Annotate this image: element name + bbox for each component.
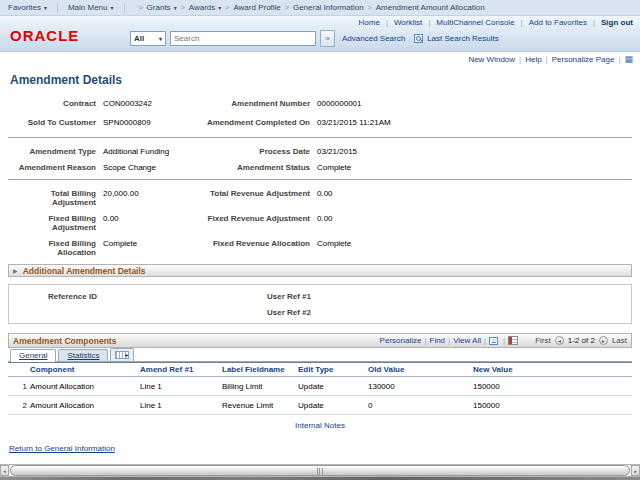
cell-edit-type: Update — [298, 382, 368, 391]
fixed-revenue-allocation-value: Complete — [317, 239, 351, 248]
cell-amend-ref: Line 1 — [140, 382, 222, 391]
page-action-bar: New Window | Help | Personalize Page | ▦ — [0, 52, 640, 66]
column-header-old-value[interactable]: Old Value — [368, 365, 473, 374]
breadcrumb-separator-icon: > — [225, 4, 229, 11]
breadcrumb-item-awards[interactable]: Awards ▾ — [189, 3, 222, 12]
internal-notes-wrapper: Internal Notes — [8, 421, 632, 430]
breadcrumb-item-amendment-amount-allocation[interactable]: Amendment Amount Allocation — [376, 3, 485, 12]
horizontal-scrollbar: ◂ ▸ — [0, 464, 640, 477]
contract-label: Contract — [8, 99, 96, 108]
breadcrumb-item-award-profile[interactable]: Award Profile — [233, 3, 280, 12]
breadcrumb-item-general-information[interactable]: General Information — [293, 3, 364, 12]
process-date-label: Process Date — [200, 147, 310, 156]
section-divider — [8, 179, 632, 180]
table-row: 2 Amount Allocation Line 1 Revenue Limit… — [8, 396, 632, 415]
total-billing-adjustment-value: 20,000.00 — [103, 189, 200, 198]
column-header-label-fieldname[interactable]: Label Fieldname — [222, 365, 298, 374]
column-header-amend-ref[interactable]: Amend Ref #1 — [140, 365, 222, 374]
page-title: Amendment Details — [10, 73, 632, 87]
field-row: Amendment Reason Scope Change Amendment … — [8, 163, 632, 172]
grid-pager: First ◂ 1-2 of 2 ▸ Last — [535, 336, 627, 345]
add-to-favorites-link[interactable]: Add to Favorites — [529, 18, 587, 27]
total-revenue-adjustment-value: 0.00 — [317, 189, 333, 198]
zoom-grid-icon[interactable] — [489, 337, 498, 345]
advanced-search-link[interactable]: Advanced Search — [342, 34, 405, 43]
amendment-status-value: Complete — [317, 163, 351, 172]
amendment-components-grid: Amendment Components Personalize | Find … — [8, 333, 632, 415]
show-all-columns-tab[interactable]: ▸ — [110, 348, 134, 361]
new-window-link[interactable]: New Window — [468, 55, 515, 64]
breadcrumb-separator-icon: > — [139, 4, 143, 11]
column-header-component[interactable]: Component — [30, 365, 140, 374]
last-search-results-link[interactable]: Last Search Results — [427, 34, 499, 43]
scrollbar-thumb[interactable] — [10, 465, 630, 476]
link-separator: | — [424, 336, 426, 345]
search-bar: All ▾ » Advanced Search Last Search Resu… — [130, 30, 499, 47]
pager-next-button[interactable]: ▸ — [599, 336, 608, 345]
download-to-excel-icon[interactable] — [508, 336, 518, 345]
search-input[interactable] — [170, 31, 316, 46]
link-separator: | — [386, 18, 388, 27]
scroll-left-button[interactable]: ◂ — [0, 465, 9, 476]
search-go-button[interactable]: » — [320, 30, 335, 47]
http-page-icon[interactable]: ▦ — [624, 55, 633, 64]
amendment-status-label: Amendment Status — [200, 163, 310, 172]
return-to-general-information-link[interactable]: Return to General Information — [9, 444, 115, 453]
breadcrumb: Favorites ▾ Main Menu ▾ > Grants ▾ > Awa… — [0, 0, 640, 16]
scrollbar-grip-icon — [317, 468, 324, 475]
link-separator: | — [521, 18, 523, 27]
worklist-link[interactable]: Worklist — [394, 18, 422, 27]
row-number: 1 — [8, 382, 30, 391]
fixed-revenue-allocation-label: Fixed Revenue Allocation — [200, 239, 310, 248]
multichannel-console-link[interactable]: MultiChannel Console — [436, 18, 514, 27]
breadcrumb-main-menu[interactable]: Main Menu ▾ — [68, 3, 114, 12]
field-row: User Ref #2 — [9, 308, 631, 317]
sign-out-link[interactable]: Sign out — [601, 18, 633, 27]
tab-statistics[interactable]: Statistics — [58, 349, 108, 361]
personalize-page-link[interactable]: Personalize Page — [552, 55, 615, 64]
breadcrumb-favorites[interactable]: Favorites ▾ — [8, 3, 47, 12]
tab-statistics-label: Statistics — [67, 351, 99, 360]
amendment-reason-value: Scope Change — [103, 163, 200, 172]
header-links: Home | Worklist | MultiChannel Console |… — [359, 18, 633, 27]
view-all-link[interactable]: View All — [453, 336, 481, 345]
help-link[interactable]: Help — [525, 55, 541, 64]
fixed-billing-adjustment-label: Fixed Billing Adjustment — [8, 214, 96, 232]
column-header-new-value[interactable]: New Value — [473, 365, 632, 374]
breadcrumb-favorites-label: Favorites — [8, 3, 41, 12]
breadcrumb-item-grants[interactable]: Grants ▾ — [147, 3, 177, 12]
user-ref2-label: User Ref #2 — [201, 308, 311, 317]
breadcrumb-item-label: Award Profile — [233, 3, 280, 12]
internal-notes-link[interactable]: Internal Notes — [295, 421, 345, 430]
cell-old-value: 0 — [368, 401, 473, 410]
header-band: Home | Worklist | MultiChannel Console |… — [0, 16, 640, 52]
cell-new-value: 150000 — [473, 382, 632, 391]
field-row: Sold To Customer SPN0000809 Amendment Co… — [8, 118, 632, 127]
scroll-right-button[interactable]: ▸ — [631, 465, 640, 476]
reference-id-label: Reference ID — [9, 292, 97, 301]
grid-tab-strip: General Statistics ▸ — [8, 348, 632, 362]
grid-title: Amendment Components — [13, 336, 116, 346]
breadcrumb-separator-icon: > — [368, 4, 372, 11]
pager-previous-button[interactable]: ◂ — [555, 336, 564, 345]
search-scope-value: All — [134, 34, 144, 43]
home-link[interactable]: Home — [359, 18, 380, 27]
fixed-revenue-adjustment-value: 0.00 — [317, 214, 333, 223]
user-ref1-label: User Ref #1 — [201, 292, 311, 301]
additional-amendment-details-section[interactable]: ▶ Additional Amendment Details — [8, 264, 632, 277]
column-header-edit-type[interactable]: Edit Type — [298, 365, 368, 374]
link-separator: | — [503, 336, 505, 345]
field-row: Reference ID User Ref #1 — [9, 292, 631, 301]
field-row: Fixed Billing Allocation Complete Fixed … — [8, 239, 632, 257]
cell-amend-ref: Line 1 — [140, 401, 222, 410]
tab-general[interactable]: General — [10, 349, 56, 362]
field-row: Total Billing Adjustment 20,000.00 Total… — [8, 189, 632, 207]
chevron-down-icon: ▾ — [218, 5, 221, 11]
find-link[interactable]: Find — [430, 336, 446, 345]
grid-column-headers: Component Amend Ref #1 Label Fieldname E… — [8, 362, 632, 377]
link-separator: | — [519, 55, 521, 64]
personalize-link[interactable]: Personalize — [380, 336, 422, 345]
cell-label-fieldname: Billing Limit — [222, 382, 298, 391]
field-row: Contract CON0003242 Amendment Number 000… — [8, 99, 632, 108]
search-scope-select[interactable]: All ▾ — [130, 31, 166, 46]
